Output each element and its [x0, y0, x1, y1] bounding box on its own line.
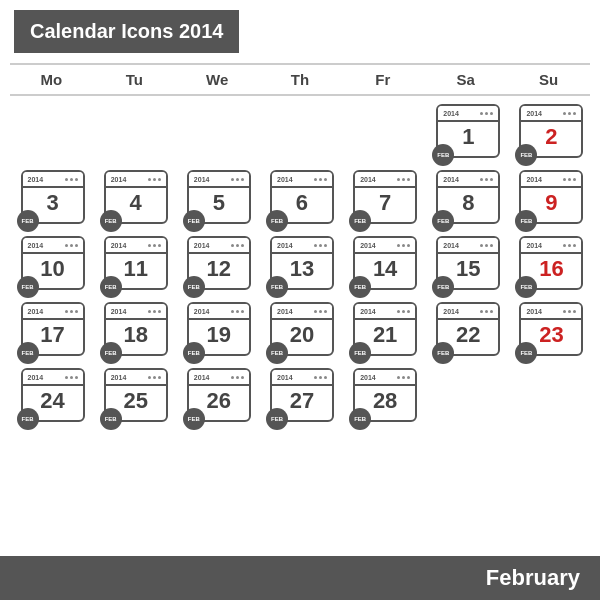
cal-year: 2014: [443, 242, 459, 249]
cal-month-badge: FEB: [432, 342, 454, 364]
footer: February: [0, 556, 600, 600]
day-header-su: Su: [507, 71, 590, 88]
cal-year: 2014: [194, 374, 210, 381]
cal-cell-16: 201416FEB: [509, 236, 590, 298]
cal-cell-10: 201410FEB: [10, 236, 91, 298]
cal-cell-6: 20146FEB: [259, 170, 340, 232]
cal-month-badge: FEB: [349, 276, 371, 298]
cal-cell-8: 20148FEB: [426, 170, 507, 232]
cal-cell-2: 20142FEB: [509, 104, 590, 166]
cal-year: 2014: [28, 176, 44, 183]
cal-year: 2014: [443, 308, 459, 315]
cal-year: 2014: [360, 242, 376, 249]
cal-year: 2014: [194, 176, 210, 183]
day-header-mo: Mo: [10, 71, 93, 88]
cal-month-badge: FEB: [100, 408, 122, 430]
day-header-fr: Fr: [341, 71, 424, 88]
cal-year: 2014: [526, 110, 542, 117]
cal-cell-17: 201417FEB: [10, 302, 91, 364]
cal-year: 2014: [526, 308, 542, 315]
cal-month-badge: FEB: [183, 210, 205, 232]
cal-year: 2014: [277, 176, 293, 183]
cal-cell-24: 201424FEB: [10, 368, 91, 430]
cal-month-badge: FEB: [183, 408, 205, 430]
day-header-tu: Tu: [93, 71, 176, 88]
day-header-th: Th: [259, 71, 342, 88]
cal-month-badge: FEB: [515, 144, 537, 166]
cal-cell-19: 201419FEB: [176, 302, 257, 364]
cal-cell-11: 201411FEB: [93, 236, 174, 298]
cal-year: 2014: [443, 110, 459, 117]
cal-cell-25: 201425FEB: [93, 368, 174, 430]
calendar-grid: 20141FEB20142FEB20143FEB20144FEB20145FEB…: [0, 96, 600, 438]
cal-cell-22: 201422FEB: [426, 302, 507, 364]
cal-month-badge: FEB: [266, 408, 288, 430]
day-header-we: We: [176, 71, 259, 88]
empty-cell: [426, 368, 507, 430]
cal-cell-13: 201413FEB: [259, 236, 340, 298]
cal-month-badge: FEB: [349, 342, 371, 364]
day-header-sa: Sa: [424, 71, 507, 88]
cal-year: 2014: [28, 308, 44, 315]
cal-cell-14: 201414FEB: [343, 236, 424, 298]
cal-cell-27: 201427FEB: [259, 368, 340, 430]
cal-cell-23: 201423FEB: [509, 302, 590, 364]
cal-month-badge: FEB: [17, 210, 39, 232]
cal-month-badge: FEB: [432, 210, 454, 232]
cal-cell-7: 20147FEB: [343, 170, 424, 232]
cal-year: 2014: [111, 176, 127, 183]
cal-cell-26: 201426FEB: [176, 368, 257, 430]
cal-month-badge: FEB: [432, 144, 454, 166]
cal-year: 2014: [360, 374, 376, 381]
cal-cell-12: 201412FEB: [176, 236, 257, 298]
cal-month-badge: FEB: [183, 276, 205, 298]
cal-cell-15: 201415FEB: [426, 236, 507, 298]
cal-year: 2014: [194, 308, 210, 315]
cal-month-badge: FEB: [100, 276, 122, 298]
cal-cell-21: 201421FEB: [343, 302, 424, 364]
cal-cell-1: 20141FEB: [426, 104, 507, 166]
cal-month-badge: FEB: [17, 408, 39, 430]
cal-month-badge: FEB: [515, 276, 537, 298]
empty-cell: [93, 104, 174, 166]
day-headers: MoTuWeThFrSaSu: [10, 63, 590, 96]
cal-month-badge: FEB: [100, 210, 122, 232]
cal-month-badge: FEB: [266, 210, 288, 232]
empty-cell: [509, 368, 590, 430]
cal-month-badge: FEB: [266, 276, 288, 298]
cal-cell-5: 20145FEB: [176, 170, 257, 232]
cal-year: 2014: [360, 176, 376, 183]
cal-month-badge: FEB: [349, 408, 371, 430]
cal-month-badge: FEB: [515, 210, 537, 232]
cal-cell-9: 20149FEB: [509, 170, 590, 232]
empty-cell: [10, 104, 91, 166]
cal-month-badge: FEB: [266, 342, 288, 364]
cal-month-badge: FEB: [17, 342, 39, 364]
cal-year: 2014: [28, 242, 44, 249]
cal-year: 2014: [28, 374, 44, 381]
cal-month-badge: FEB: [432, 276, 454, 298]
cal-cell-18: 201418FEB: [93, 302, 174, 364]
cal-year: 2014: [526, 176, 542, 183]
cal-year: 2014: [277, 242, 293, 249]
cal-cell-3: 20143FEB: [10, 170, 91, 232]
cal-year: 2014: [360, 308, 376, 315]
cal-year: 2014: [111, 308, 127, 315]
cal-cell-20: 201420FEB: [259, 302, 340, 364]
empty-cell: [259, 104, 340, 166]
month-label: February: [486, 565, 580, 591]
cal-month-badge: FEB: [349, 210, 371, 232]
empty-cell: [343, 104, 424, 166]
cal-year: 2014: [277, 374, 293, 381]
page-container: Calendar Icons 2014 MoTuWeThFrSaSu 20141…: [0, 0, 600, 600]
cal-year: 2014: [277, 308, 293, 315]
empty-cell: [176, 104, 257, 166]
cal-month-badge: FEB: [100, 342, 122, 364]
page-title: Calendar Icons 2014: [0, 0, 600, 63]
cal-year: 2014: [111, 242, 127, 249]
cal-month-badge: FEB: [515, 342, 537, 364]
cal-cell-28: 201428FEB: [343, 368, 424, 430]
cal-year: 2014: [526, 242, 542, 249]
cal-month-badge: FEB: [183, 342, 205, 364]
cal-year: 2014: [443, 176, 459, 183]
